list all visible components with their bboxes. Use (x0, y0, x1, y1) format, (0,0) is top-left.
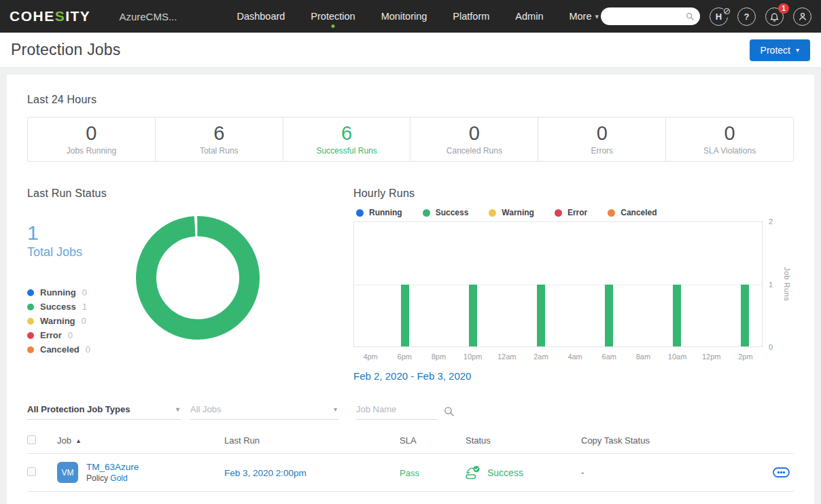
row-actions-cell (756, 467, 794, 478)
bar-6am[interactable] (605, 285, 613, 347)
y-tick-2: 2 (769, 217, 773, 226)
nav-item-more[interactable]: More▾ (569, 0, 599, 33)
policy-label: Policy (86, 473, 110, 483)
chart-date-range-link[interactable]: Feb 2, 2020 - Feb 3, 2020 (353, 370, 471, 382)
nav-item-label: Protection (311, 11, 355, 22)
legend-item-error: Error (555, 208, 587, 217)
x-tick-6am: 6am (602, 353, 616, 361)
job-types-select[interactable]: All Protection Job Types ▾ (27, 400, 181, 420)
search-icon[interactable] (443, 406, 455, 417)
legend-item-running: Running (356, 208, 402, 217)
y-axis: 210 (763, 221, 780, 347)
total-jobs-label: Total Jobs (27, 245, 135, 259)
hourly-runs-chart[interactable]: 210 Job Runs (353, 221, 794, 347)
legend-item-warning: Warning0 (27, 314, 135, 328)
nav-menu: DashboardProtectionMonitoringPlatformAdm… (237, 0, 599, 33)
success-dot-icon (423, 209, 430, 217)
protect-button-label: Protect (761, 45, 790, 56)
column-header-job[interactable]: Job▲ (57, 435, 224, 446)
vm-avatar[interactable]: VM (57, 462, 78, 483)
bar-10am[interactable] (673, 285, 681, 347)
row-actions-icon[interactable] (773, 467, 790, 478)
search-icon (685, 12, 695, 21)
bar-chart-plot (353, 221, 763, 347)
nav-item-platform[interactable]: Platform (453, 0, 489, 33)
x-tick-4am: 4am (567, 353, 582, 361)
stat-sla-violations[interactable]: 0SLA Violations (665, 118, 793, 161)
x-tick-2pm: 2pm (738, 353, 752, 361)
nav-item-dashboard[interactable]: Dashboard (237, 0, 285, 33)
warning-dot-icon (27, 318, 34, 325)
stat-total-runs[interactable]: 6Total Runs (155, 118, 283, 161)
stat-canceled-runs[interactable]: 0Canceled Runs (410, 118, 538, 161)
legend-item-canceled: Canceled0 (27, 342, 135, 357)
cohesity-logo[interactable]: COHESITY (10, 8, 90, 24)
jobs-select[interactable]: All Jobs ▾ (190, 400, 338, 420)
legend-label: Canceled (621, 208, 657, 217)
bar-6pm[interactable] (401, 285, 409, 347)
bar-2am[interactable] (537, 285, 545, 347)
table-row[interactable]: VMTM_63AzurePolicy GoldFeb 3, 2020 2:00p… (27, 454, 794, 492)
summary-stats: 0Jobs Running6Total Runs6Successful Runs… (27, 117, 794, 162)
legend-label: Canceled (40, 344, 80, 355)
x-tick-8am: 8am (636, 353, 650, 361)
y-axis-label: Job Runs (783, 267, 791, 301)
legend-label: Warning (40, 316, 75, 326)
stat-value: 6 (341, 123, 352, 143)
stat-jobs-running[interactable]: 0Jobs Running (28, 118, 155, 161)
legend-label: Running (369, 208, 402, 217)
nav-item-admin[interactable]: Admin (515, 0, 543, 33)
job-name-search-field[interactable] (356, 400, 438, 420)
user-profile-icon[interactable] (793, 7, 811, 26)
page-header: Protection Jobs Protect ▾ (0, 33, 821, 68)
nav-item-monitoring[interactable]: Monitoring (381, 0, 427, 33)
column-header-last-run[interactable]: Last Run (224, 435, 400, 446)
running-dot-icon (27, 289, 34, 296)
chevron-down-icon: ▾ (176, 406, 179, 413)
legend-item-running: Running0 (27, 285, 135, 300)
logo-green-letter: S (55, 8, 66, 24)
last-run-status-section: Last Run Status 1 Total Jobs Running0Suc… (27, 187, 353, 382)
jobs-value: All Jobs (190, 404, 222, 414)
legend-value: 0 (82, 287, 87, 298)
nav-item-protection[interactable]: Protection (311, 0, 355, 33)
help-icon[interactable]: ? (737, 7, 756, 26)
column-header-copy-task-status[interactable]: Copy Task Status (581, 435, 756, 446)
global-search[interactable] (601, 7, 700, 25)
gridline-y1 (354, 285, 762, 285)
notifications-bell-icon[interactable]: 1 (765, 7, 784, 26)
logo-text: COHE (10, 8, 55, 24)
hourly-runs-title: Hourly Runs (353, 187, 794, 200)
stat-errors[interactable]: 0Errors (538, 118, 665, 161)
column-header-status[interactable]: Status (466, 435, 581, 446)
row-checkbox[interactable] (27, 467, 36, 476)
global-search-input[interactable] (609, 12, 685, 21)
job-name-input[interactable] (356, 404, 436, 414)
chevron-down-icon: ▾ (796, 46, 799, 54)
job-cell: VMTM_63AzurePolicy Gold (57, 462, 224, 483)
cluster-selector[interactable]: AzureCMS... (119, 11, 177, 22)
x-tick-12pm: 12pm (702, 353, 721, 361)
chevron-down-icon: ▾ (595, 12, 599, 21)
legend-value: 0 (82, 316, 86, 326)
job-name-link[interactable]: TM_63Azure (86, 462, 139, 472)
x-tick-10pm: 10pm (464, 353, 483, 361)
column-header-sla[interactable]: SLA (400, 435, 466, 446)
bar-10pm[interactable] (469, 285, 477, 347)
bar-2pm[interactable] (741, 285, 749, 347)
policy-value-link[interactable]: Gold (110, 473, 127, 483)
stat-value: 0 (469, 123, 480, 143)
helios-icon[interactable]: H (710, 7, 728, 26)
last-run-link[interactable]: Feb 3, 2020 2:00pm (224, 468, 307, 478)
x-axis: 4pm6pm8pm10pm12am2am4am6am8am10am12pm2pm (353, 351, 763, 366)
legend-label: Error (40, 330, 62, 340)
success-dot-icon (27, 304, 34, 310)
legend-label: Warning (502, 208, 534, 217)
x-tick-12am: 12am (497, 353, 517, 361)
select-all-checkbox[interactable] (27, 435, 36, 444)
nav-item-label: Admin (515, 11, 543, 22)
last-run-status-donut-chart[interactable] (136, 216, 260, 357)
protect-button[interactable]: Protect ▾ (750, 39, 810, 61)
stat-successful-runs[interactable]: 6Successful Runs (283, 118, 410, 161)
legend-item-canceled: Canceled (608, 208, 657, 217)
